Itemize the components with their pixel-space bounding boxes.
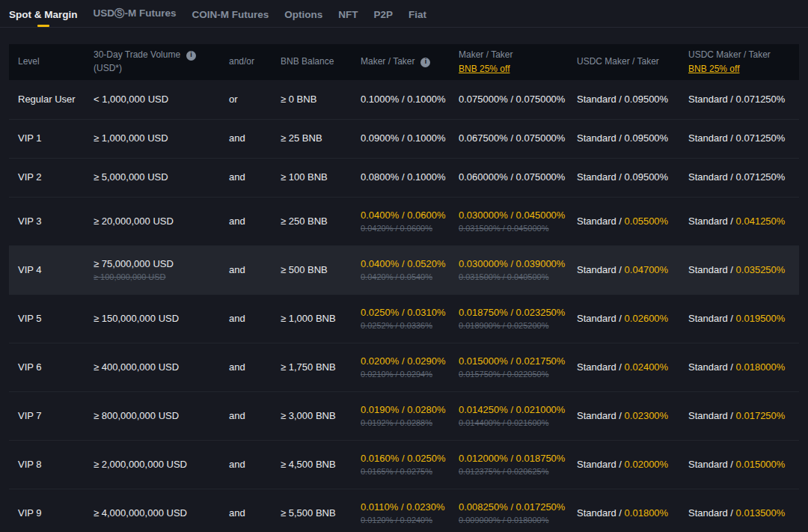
maker-taker-bnb-old-value: 0.031500% / 0.040500% <box>459 272 569 282</box>
volume-cell: ≥ 75,000,000 USD≥ 100,000,000 USD <box>94 258 229 282</box>
fee-row-vip-9[interactable]: VIP 9≥ 4,000,000,000 USDand≥ 5,500 BNB0.… <box>9 489 799 532</box>
maker-taker-bnb-value: 0.012000% / 0.018750% <box>459 453 569 465</box>
usdc-maker-taker-bnb-cell: Standard / 0.041250% <box>688 215 799 228</box>
tab-usd-m-futures[interactable]: USDⓈ-M Futures <box>94 7 177 27</box>
usdc-maker-taker-value: 0.09500% <box>625 94 669 105</box>
usdc-maker-taker-cell: Standard / 0.02300% <box>577 410 688 423</box>
volume-old-value: ≥ 100,000,000 USD <box>94 272 221 282</box>
maker-taker-bnb-value: 0.060000% / 0.075000% <box>459 171 569 184</box>
usdc-maker-taker-text: Standard / 0.02000% <box>577 459 681 471</box>
maker-taker-value: 0.0800% / 0.1000% <box>361 171 451 184</box>
bnb-discount-link[interactable]: BNB 25% off <box>688 64 739 76</box>
fee-row-vip-2[interactable]: VIP 2≥ 5,000,000 USDand≥ 100 BNB0.0800% … <box>9 158 799 197</box>
usdc-maker-taker-value: 0.04700% <box>625 264 669 275</box>
fee-row-vip-7[interactable]: VIP 7≥ 800,000,000 USDand≥ 3,000 BNB0.01… <box>9 391 799 440</box>
usdc-maker-taker-bnb-prefix: Standard / <box>688 507 736 519</box>
maker-taker-bnb-cell: 0.067500% / 0.075000% <box>459 132 577 145</box>
usdc-maker-taker-bnb-text: Standard / 0.017250% <box>688 410 792 423</box>
volume-cell: ≥ 150,000,000 USD <box>94 313 229 325</box>
maker-taker-old-value: 0.0420% / 0.0600% <box>361 224 451 233</box>
usdc-maker-taker-bnb-text: Standard / 0.013500% <box>688 507 792 520</box>
volume-cell: ≥ 1,000,000 USD <box>94 132 229 145</box>
fee-row-vip-8[interactable]: VIP 8≥ 2,000,000,000 USDand≥ 4,500 BNB0.… <box>9 440 799 489</box>
maker-taker-cell: 0.0110% / 0.0230%0.0120% / 0.0240% <box>361 501 459 525</box>
fee-row-vip-1[interactable]: VIP 1≥ 1,000,000 USDand≥ 25 BNB0.0900% /… <box>9 119 799 158</box>
usdc-maker-taker-bnb-text: Standard / 0.071250% <box>688 132 792 145</box>
info-icon[interactable]: i <box>420 58 430 67</box>
maker-taker-cell: 0.0800% / 0.1000% <box>361 171 459 184</box>
maker-taker-bnb-cell: 0.075000% / 0.075000% <box>459 94 577 106</box>
maker-taker-cell: 0.0190% / 0.0280%0.0192% / 0.0288% <box>361 404 459 428</box>
tab-label: NFT <box>338 9 358 20</box>
fee-row-vip-6[interactable]: VIP 6≥ 400,000,000 USDand≥ 1,750 BNB0.02… <box>9 343 799 391</box>
maker-taker-cell: 0.1000% / 0.1000% <box>361 94 459 106</box>
tab-spot-margin[interactable]: Spot & Margin <box>9 9 78 27</box>
volume-value: < 1,000,000 USD <box>94 94 221 106</box>
usdc-maker-taker-bnb-text: Standard / 0.018000% <box>688 361 792 374</box>
usdc-maker-taker-cell: Standard / 0.02000% <box>577 459 688 471</box>
tab-fiat[interactable]: Fiat <box>408 9 426 27</box>
maker-taker-value: 0.0400% / 0.0600% <box>361 210 451 222</box>
level-cell: VIP 1 <box>18 132 94 145</box>
level-cell: VIP 8 <box>18 459 94 471</box>
level-value: VIP 6 <box>18 361 86 374</box>
usdc-maker-taker-bnb-value: 0.013500% <box>736 507 786 519</box>
column-label: and/or <box>229 56 254 68</box>
fee-category-tabs: Spot & MarginUSDⓈ-M FuturesCOIN-M Future… <box>0 0 808 28</box>
usdc-maker-taker-value: 0.09500% <box>625 171 669 183</box>
usdc-maker-taker-text: Standard / 0.09500% <box>577 132 681 145</box>
info-icon[interactable]: i <box>186 51 196 61</box>
andor-value: and <box>229 410 273 423</box>
usdc-maker-taker-prefix: Standard / <box>577 361 625 373</box>
bnb-balance-cell: ≥ 25 BNB <box>281 132 361 145</box>
tab-options[interactable]: Options <box>284 9 322 27</box>
volume-cell: ≥ 400,000,000 USD <box>94 361 229 374</box>
usdc-maker-taker-cell: Standard / 0.09500% <box>577 132 688 145</box>
tab-nft[interactable]: NFT <box>338 9 358 27</box>
level-value: VIP 1 <box>18 132 86 145</box>
fee-row-vip-5[interactable]: VIP 5≥ 150,000,000 USDand≥ 1,000 BNB0.02… <box>9 294 799 343</box>
column-header-usdc-maker-taker: USDC Maker / Taker <box>577 52 688 73</box>
level-cell: VIP 7 <box>18 410 94 423</box>
usdc-maker-taker-bnb-text: Standard / 0.071250% <box>688 171 792 184</box>
volume-value: ≥ 800,000,000 USD <box>94 410 221 423</box>
usdc-maker-taker-bnb-cell: Standard / 0.013500% <box>688 507 799 520</box>
tab-p2p[interactable]: P2P <box>374 9 394 27</box>
maker-taker-value: 0.0900% / 0.1000% <box>361 132 451 145</box>
column-header-andor: and/or <box>229 52 281 73</box>
fee-row-vip-4[interactable]: VIP 4≥ 75,000,000 USD≥ 100,000,000 USDan… <box>9 245 799 294</box>
table-body: Regular User< 1,000,000 USDor≥ 0 BNB0.10… <box>9 80 799 532</box>
fee-row-vip-3[interactable]: VIP 3≥ 20,000,000 USDand≥ 250 BNB0.0400%… <box>9 197 799 245</box>
usdc-maker-taker-text: Standard / 0.02600% <box>577 313 681 325</box>
usdc-maker-taker-value: 0.05500% <box>625 215 669 227</box>
column-label: BNB Balance <box>281 56 334 68</box>
andor-value: and <box>229 507 273 520</box>
volume-value: ≥ 400,000,000 USD <box>94 361 221 374</box>
maker-taker-bnb-value: 0.030000% / 0.039000% <box>459 258 569 271</box>
andor-value: and <box>229 264 273 277</box>
usdc-maker-taker-bnb-prefix: Standard / <box>688 313 736 324</box>
usdc-maker-taker-bnb-value: 0.071250% <box>736 171 786 183</box>
bnb-balance-value: ≥ 250 BNB <box>281 215 353 228</box>
maker-taker-cell: 0.0900% / 0.1000% <box>361 132 459 145</box>
maker-taker-value: 0.0200% / 0.0290% <box>361 355 451 368</box>
bnb-balance-cell: ≥ 250 BNB <box>281 215 361 228</box>
tab-coin-m-futures[interactable]: COIN-M Futures <box>192 9 269 27</box>
bnb-balance-cell: ≥ 4,500 BNB <box>281 459 361 471</box>
usdc-maker-taker-prefix: Standard / <box>577 215 625 227</box>
usdc-maker-taker-bnb-value: 0.041250% <box>736 215 786 227</box>
usdc-maker-taker-value: 0.01800% <box>625 507 669 519</box>
volume-value: ≥ 1,000,000 USD <box>94 132 221 145</box>
andor-cell: or <box>229 94 281 106</box>
fee-row-regular-user[interactable]: Regular User< 1,000,000 USDor≥ 0 BNB0.10… <box>9 80 799 119</box>
level-value: VIP 3 <box>18 215 86 228</box>
bnb-discount-link[interactable]: BNB 25% off <box>459 64 509 76</box>
column-header-line: USDC Maker / Taker <box>688 49 792 61</box>
maker-taker-cell: 0.0250% / 0.0310%0.0252% / 0.0336% <box>361 307 459 331</box>
andor-cell: and <box>229 361 281 374</box>
maker-taker-bnb-value: 0.015000% / 0.021750% <box>459 355 569 368</box>
andor-cell: and <box>229 215 281 228</box>
usdc-maker-taker-bnb-prefix: Standard / <box>688 410 736 421</box>
bnb-balance-value: ≥ 25 BNB <box>281 132 353 145</box>
usdc-maker-taker-bnb-cell: Standard / 0.071250% <box>688 171 799 184</box>
